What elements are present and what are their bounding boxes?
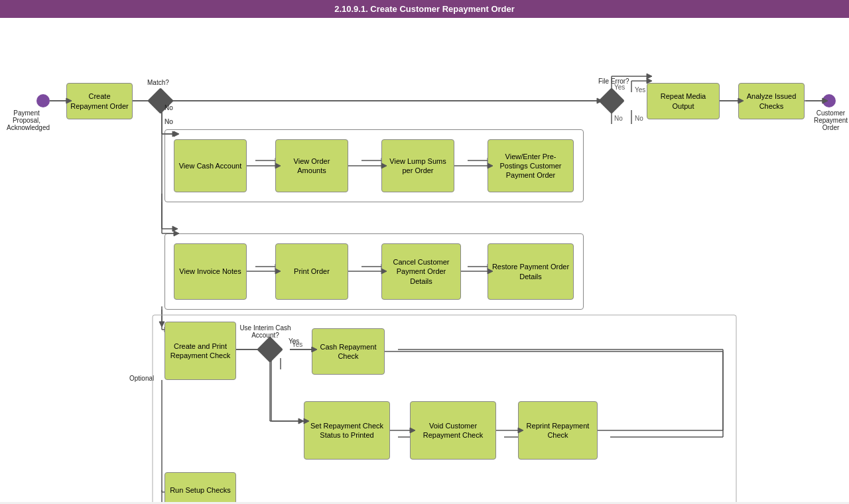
file-error-label: File Error? [598,78,629,85]
view-cash-account-node: View Cash Account [174,139,247,192]
svg-text:No: No [614,115,623,122]
void-customer-repayment-node: Void Customer Repayment Check [410,401,496,460]
svg-marker-83 [159,322,164,327]
diagram-canvas: No [0,18,849,502]
view-invoice-notes-node: View Invoice Notes [174,243,247,300]
analyze-issued-checks-node: Analyze Issued Checks [738,83,805,119]
restore-payment-order-node: Restore Payment Order Details [488,243,574,300]
customer-repayment-order-label: Customer Repayment Order [813,109,849,131]
file-error-diamond [598,88,625,114]
svg-marker-24 [172,226,178,231]
no-label: No [164,104,173,111]
page-title: 2.10.9.1. Create Customer Repayment Orde… [334,4,515,14]
optional-label: Optional [129,375,154,382]
run-setup-checks-node: Run Setup Checks [164,472,236,502]
cash-repayment-check-node: Cash Repayment Check [312,328,385,375]
print-order-node: Print Order [275,243,348,300]
svg-text:No: No [164,118,173,125]
repeat-media-output-node: Repeat Media Output [647,83,720,119]
reprint-repayment-node: Reprint Repayment Check [518,401,598,460]
svg-marker-36 [298,418,304,424]
use-interim-diamond [257,336,283,363]
yes-interim-label: Yes [289,338,299,345]
start-oval [36,94,50,107]
end-oval [822,94,836,107]
title-bar: 2.10.9.1. Create Customer Repayment Orde… [0,0,849,18]
svg-marker-104 [647,74,652,79]
start-label: Payment Proposal, Acknowledged [7,109,46,131]
view-order-amounts-node: View Order Amounts [275,139,348,192]
use-interim-label: Use Interim Cash Account? [239,324,292,339]
cancel-customer-payment-node: Cancel Customer Payment Order Details [381,243,461,300]
create-repayment-order-node: Create Repayment Order [66,83,133,119]
svg-text:No: No [635,115,643,122]
svg-text:Yes: Yes [635,86,645,94]
view-lump-sums-node: View Lump Sums per Order [381,139,454,192]
svg-text:No: No [164,118,173,125]
match-label: Match? [147,79,169,86]
set-repayment-status-node: Set Repayment Check Status to Printed [304,401,390,460]
create-print-repayment-node: Create and Print Repayment Check [164,322,236,380]
view-enter-pre-postings-node: View/Enter Pre- Postings Customer Paymen… [488,139,574,192]
